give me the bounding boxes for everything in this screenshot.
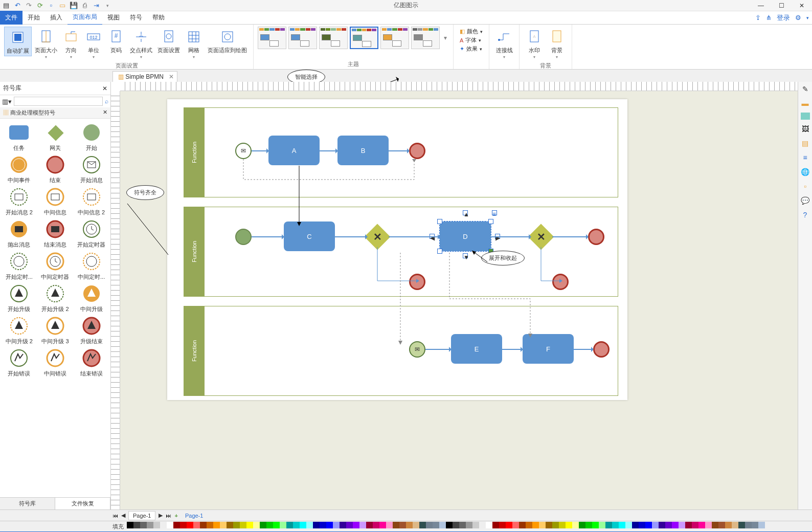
color-swatch[interactable]: [645, 522, 652, 528]
color-swatch[interactable]: [453, 522, 459, 528]
shape-中间信息 2[interactable]: 中间信息 2: [76, 186, 107, 216]
shape-中间事件[interactable]: 中间事件: [3, 154, 35, 184]
task-d-selected[interactable]: D: [440, 221, 491, 251]
shape-结束消息[interactable]: 结束消息: [39, 218, 71, 249]
color-swatch[interactable]: [685, 522, 692, 528]
theme-6[interactable]: [411, 27, 440, 49]
color-swatch[interactable]: [566, 522, 572, 528]
help-dropdown-icon[interactable]: ▾: [806, 15, 809, 20]
color-swatch[interactable]: [419, 522, 426, 528]
color-swatch[interactable]: [413, 522, 419, 528]
color-swatch[interactable]: [472, 522, 479, 528]
color-swatch[interactable]: [605, 522, 612, 528]
sel-handle[interactable]: ≡: [492, 210, 497, 215]
tool-list-icon[interactable]: ≡: [800, 152, 810, 163]
tab-shapes[interactable]: 符号库: [0, 498, 55, 509]
color-swatch[interactable]: [579, 522, 585, 528]
new-icon[interactable]: ▫: [47, 2, 55, 10]
shape-开始升级[interactable]: 开始升级: [3, 283, 35, 313]
shape-开始定时器[interactable]: 开始定时器: [76, 218, 107, 249]
orientation-button[interactable]: 方向▾: [60, 27, 82, 62]
theme-effect-button[interactable]: ✦效果 ▾: [460, 45, 483, 53]
menu-page-layout[interactable]: 页面布局: [67, 10, 102, 25]
theme-5[interactable]: [380, 27, 409, 49]
start-message-event[interactable]: ✉: [235, 143, 252, 159]
color-swatch[interactable]: [200, 522, 207, 528]
page-nav-last-icon[interactable]: ⏭: [166, 513, 171, 519]
menu-start[interactable]: 开始: [22, 11, 45, 25]
color-swatch[interactable]: [280, 522, 286, 528]
tool-image-icon[interactable]: 🖼: [800, 124, 810, 134]
shape-开始错误[interactable]: 开始错误: [3, 347, 35, 378]
color-swatch[interactable]: [439, 522, 446, 528]
send-icon[interactable]: ⋔: [766, 14, 772, 21]
color-swatch[interactable]: [266, 522, 273, 528]
color-swatch[interactable]: [612, 522, 619, 528]
close-button[interactable]: ✕: [792, 0, 812, 11]
shape-开始[interactable]: 开始: [76, 122, 107, 152]
tool-doc-icon[interactable]: ▫: [800, 181, 810, 191]
canvas[interactable]: Function ✉ A B Function C: [120, 91, 798, 509]
library-picker-icon[interactable]: ▥▾: [2, 98, 12, 105]
refresh-icon[interactable]: ⟳: [36, 2, 44, 10]
start-event-2[interactable]: [235, 229, 252, 245]
units-button[interactable]: 012 单位▾: [83, 27, 104, 62]
color-swatch[interactable]: [253, 522, 260, 528]
shape-开始消息 2[interactable]: 开始消息 2: [3, 186, 35, 216]
color-swatch[interactable]: [492, 522, 499, 528]
color-swatch[interactable]: [526, 522, 532, 528]
color-swatch[interactable]: [585, 522, 592, 528]
page-nav-prev-icon[interactable]: ◀: [121, 512, 125, 519]
sel-handle[interactable]: [488, 219, 493, 224]
open-icon[interactable]: ▭: [58, 2, 66, 10]
share-icon[interactable]: ⇪: [755, 14, 761, 21]
shape-开始定时...[interactable]: 开始定时...: [3, 251, 35, 281]
settings-icon[interactable]: ⚙: [795, 14, 801, 21]
grid-button[interactable]: 网格▾: [183, 27, 205, 62]
color-swatch[interactable]: [619, 522, 625, 528]
shape-中间定时...[interactable]: 中间定时...: [76, 251, 107, 281]
shape-中间信息[interactable]: 中间信息: [39, 186, 71, 216]
shape-中间升级 3[interactable]: 中间升级 3: [39, 315, 71, 345]
color-swatch[interactable]: [180, 522, 187, 528]
color-swatch[interactable]: [187, 522, 193, 528]
page-number-button[interactable]: # 页码: [105, 27, 127, 55]
document-tab[interactable]: ▥ Simple BPMN ✕: [112, 71, 177, 82]
tool-brush-icon[interactable]: ✎: [800, 84, 810, 94]
color-swatch[interactable]: [140, 522, 147, 528]
color-swatch[interactable]: [233, 522, 240, 528]
color-swatch[interactable]: [506, 522, 512, 528]
color-swatch[interactable]: [153, 522, 160, 528]
color-swatch[interactable]: [486, 522, 492, 528]
page-tab-1[interactable]: Page-1: [128, 511, 155, 520]
color-palette[interactable]: [127, 522, 765, 531]
color-swatch[interactable]: [340, 522, 346, 528]
color-swatch[interactable]: [459, 522, 466, 528]
color-swatch[interactable]: [712, 522, 718, 528]
color-swatch[interactable]: [300, 522, 306, 528]
shape-中间升级[interactable]: 中间升级: [76, 283, 107, 313]
color-swatch[interactable]: [559, 522, 566, 528]
print-icon[interactable]: ⎙: [81, 2, 89, 10]
shape-抛出消息[interactable]: 抛出消息: [3, 218, 35, 249]
redo-icon[interactable]: ↷: [25, 2, 33, 10]
color-swatch[interactable]: [160, 522, 167, 528]
shape-结束[interactable]: 结束: [39, 154, 71, 184]
color-swatch[interactable]: [306, 522, 313, 528]
color-swatch[interactable]: [679, 522, 685, 528]
color-swatch[interactable]: [366, 522, 373, 528]
color-swatch[interactable]: [532, 522, 539, 528]
search-icon[interactable]: ⌕: [105, 98, 108, 105]
theme-2[interactable]: [288, 27, 317, 49]
theme-4-selected[interactable]: [350, 27, 378, 49]
color-swatch[interactable]: [273, 522, 280, 528]
theme-1[interactable]: [258, 27, 286, 49]
theme-font-button[interactable]: A字体 ▾: [460, 36, 483, 44]
color-swatch[interactable]: [207, 522, 213, 528]
color-swatch[interactable]: [346, 522, 353, 528]
color-swatch[interactable]: [133, 522, 140, 528]
color-swatch[interactable]: [639, 522, 645, 528]
color-swatch[interactable]: [466, 522, 472, 528]
color-swatch[interactable]: [519, 522, 526, 528]
cross-style-button[interactable]: 交点样式▾: [128, 27, 154, 62]
